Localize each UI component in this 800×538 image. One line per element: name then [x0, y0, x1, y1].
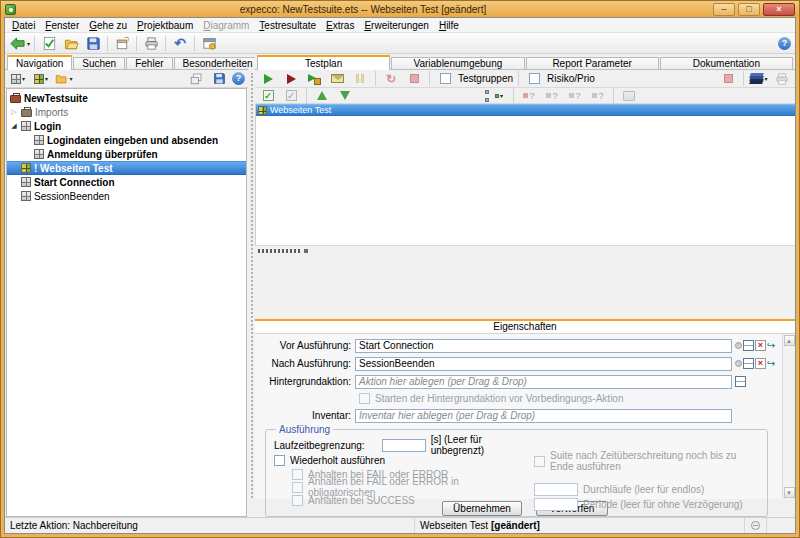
tab-besonderheiten[interactable]: Besonderheiten: [174, 57, 262, 70]
tree-expanded-icon[interactable]: ◢: [10, 122, 18, 130]
tree-item-logindaten[interactable]: Logindaten eingeben und absenden: [7, 133, 246, 147]
tree-item-webseiten-test[interactable]: ! Webseiten Test: [7, 161, 246, 175]
checkbox-icon[interactable]: [440, 73, 451, 84]
project-tree[interactable]: NewTestsuite ▷ Imports ◢ Login Logi: [6, 88, 247, 517]
select-all-button[interactable]: ✓: [258, 88, 278, 104]
stop-icon: [724, 74, 733, 83]
start-hintergrund-checkbox-row: Starten der Hintergrundaktion vor Vorbed…: [359, 392, 778, 405]
tree-item-start-connection[interactable]: Start Connection: [7, 175, 246, 189]
tree-item-sessionbeenden[interactable]: SessionBeenden: [7, 189, 246, 203]
testplan-list-row[interactable]: Webseiten Test: [256, 104, 795, 116]
tab-suchen[interactable]: Suchen: [73, 57, 125, 70]
wiederholt-checkbox[interactable]: [274, 455, 285, 466]
tree-item-login[interactable]: ◢ Login: [7, 119, 246, 133]
settings-window-icon: [202, 36, 217, 51]
toolbar-separator: [165, 36, 166, 51]
settings-button[interactable]: [199, 34, 219, 53]
tree-item-anmeldung[interactable]: Anmeldung überprüfen: [7, 147, 246, 161]
open-editor-icon[interactable]: [743, 340, 754, 351]
node-graph-icon: [485, 90, 499, 102]
tree-item-label: ! Webseiten Test: [34, 163, 113, 174]
tree-collapsed-icon[interactable]: ▷: [10, 108, 18, 116]
checkbox-icon[interactable]: [529, 73, 540, 84]
durchlaeufe-hint: Durchläufe (leer für endlos): [583, 484, 704, 495]
action-grid-icon: [21, 191, 31, 201]
title-bar[interactable]: expecco: NewTestsuite.ets -- Webseiten T…: [1, 1, 799, 17]
step-button[interactable]: [304, 71, 324, 87]
new-window-button[interactable]: [112, 34, 132, 53]
risiko-checkbox[interactable]: [524, 71, 544, 87]
coverage-menu-button[interactable]: ▾: [484, 88, 504, 104]
move-down-button[interactable]: [335, 88, 355, 104]
scroll-up-button[interactable]: ▲: [784, 335, 795, 346]
tab-dokumentation[interactable]: Dokumentation: [660, 57, 793, 70]
nach-ausfuehrung-label: Nach Ausführung:: [259, 358, 355, 369]
report-menu-button[interactable]: ▾: [749, 71, 769, 87]
hintergrundaktion-field[interactable]: Aktion hier ablegen (per Drag & Drop): [355, 375, 732, 389]
tab-testplan[interactable]: Testplan: [257, 55, 390, 70]
maximize-button[interactable]: □: [738, 3, 760, 16]
new-action-menu-button[interactable]: ▾: [31, 71, 51, 87]
tab-navigation[interactable]: Navigation: [7, 55, 72, 70]
menu-hilfe[interactable]: Hilfe: [434, 19, 464, 32]
clear-icon[interactable]: ×: [755, 358, 766, 369]
menu-testresultate[interactable]: Testresultate: [254, 19, 321, 32]
arrow-down-icon: [340, 91, 350, 100]
run-with-report-button[interactable]: [327, 71, 347, 87]
grid-icon: [11, 74, 21, 84]
menu-gehe-zu[interactable]: Gehe zu: [84, 19, 132, 32]
testgruppen-checkbox[interactable]: [435, 71, 455, 87]
diagram-pane[interactable]: [255, 245, 795, 319]
undo-button[interactable]: ↶: [170, 34, 190, 53]
vor-ausfuehrung-field[interactable]: Start Connection: [355, 339, 732, 353]
menu-erweiterungen[interactable]: Erweiterungen: [359, 19, 433, 32]
tab-report-parameter[interactable]: Report Parameter: [526, 57, 659, 70]
open-editor-icon[interactable]: [743, 358, 754, 369]
back-button[interactable]: ▾: [9, 34, 30, 53]
tab-variablenumgebung[interactable]: Variablenumgebung: [391, 57, 524, 70]
help-button[interactable]: ?: [778, 37, 791, 50]
right-tab-bar: Testplan Variablenumgebung Report Parame…: [255, 54, 795, 70]
scroll-down-button[interactable]: ▼: [784, 487, 795, 498]
tree-help-button[interactable]: ?: [232, 72, 245, 85]
minimize-button[interactable]: –: [713, 3, 735, 16]
inventar-field[interactable]: Inventar hier ablegen (per Drag & Drop): [355, 409, 732, 423]
ausfuehrung-left-column: Laufzeitbegrenzung: [s] (Leer für unbegr…: [274, 438, 528, 512]
tab-fehler[interactable]: Fehler: [126, 57, 172, 70]
nach-ausfuehrung-field[interactable]: SessionBeenden: [355, 357, 732, 371]
tree-item-imports[interactable]: ▷ Imports: [7, 105, 246, 119]
menu-projektbaum[interactable]: Projektbaum: [132, 19, 198, 32]
accept-button[interactable]: [39, 34, 59, 53]
chevron-down-icon: ▾: [27, 40, 30, 47]
step-icon: [308, 73, 321, 85]
open-button[interactable]: [61, 34, 81, 53]
panel-splitter[interactable]: [248, 54, 255, 517]
laufzeit-input[interactable]: [382, 439, 426, 452]
testplan-list[interactable]: Webseiten Test: [255, 104, 795, 245]
tree-item-newtestsuite[interactable]: NewTestsuite: [7, 91, 246, 105]
laufzeit-label: Laufzeitbegrenzung:: [274, 440, 365, 451]
clear-icon[interactable]: ×: [755, 340, 766, 351]
run-button[interactable]: [258, 71, 278, 87]
anhalten-fail-obl-checkbox: [292, 482, 303, 493]
print-button[interactable]: [141, 34, 161, 53]
goto-icon[interactable]: ↪: [767, 359, 775, 369]
run-failed-button[interactable]: [281, 71, 301, 87]
no-connection-icon: [751, 521, 760, 530]
menu-extras[interactable]: Extras: [321, 19, 359, 32]
move-up-button[interactable]: [312, 88, 332, 104]
menu-fenster[interactable]: Fenster: [40, 19, 84, 32]
query-icon: ?: [592, 91, 603, 101]
status-modified-flag: [geändert]: [491, 520, 540, 531]
save-button[interactable]: [83, 34, 103, 53]
menu-datei[interactable]: Datei: [7, 19, 40, 32]
report-book-icon: [750, 73, 763, 85]
close-button[interactable]: ×: [763, 3, 795, 16]
properties-scrollbar[interactable]: ▲ ▼: [782, 334, 795, 499]
new-item-menu-button[interactable]: ▾: [8, 71, 28, 87]
new-folder-menu-button[interactable]: ▾: [54, 71, 74, 87]
save-view-button[interactable]: [209, 71, 229, 87]
goto-icon[interactable]: ↪: [767, 341, 775, 351]
open-editor-icon[interactable]: [735, 376, 746, 387]
detach-view-button[interactable]: [186, 71, 206, 87]
